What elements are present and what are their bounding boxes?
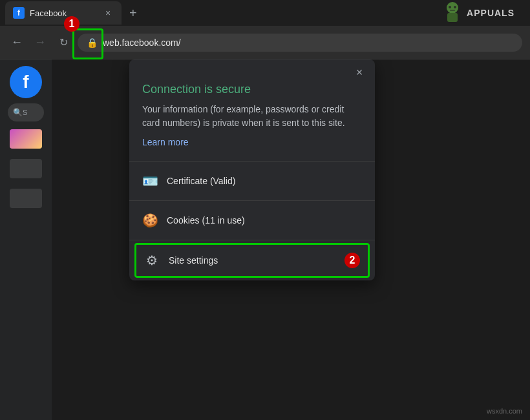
address-input[interactable]: 1 🔒 web.facebook.com/ <box>78 34 522 52</box>
facebook-sidebar: f 🔍 S <box>0 59 52 420</box>
certificate-icon: 🪪 <box>142 173 158 189</box>
refresh-button[interactable]: ↻ <box>54 34 72 52</box>
svg-point-2 <box>449 6 451 8</box>
color-blob-2 <box>10 159 42 178</box>
cookies-item[interactable]: 🍪 Cookies (11 in use) <box>129 204 375 237</box>
facebook-search: 🔍 S <box>8 103 44 121</box>
cookies-icon: 🍪 <box>142 213 158 228</box>
svg-point-3 <box>454 6 456 8</box>
forward-button[interactable]: → <box>31 34 49 52</box>
popup-header: × <box>129 59 375 80</box>
watermark: wsxdn.com <box>487 407 522 415</box>
lock-highlight-box: 1 <box>72 28 103 59</box>
secure-title: Connection is secure <box>142 83 362 96</box>
popup-divider-3 <box>129 240 375 240</box>
secure-section: Connection is secure Your information (f… <box>129 80 375 158</box>
popup-close-button[interactable]: × <box>352 65 367 80</box>
popup-divider-1 <box>129 161 375 162</box>
appuals-character-icon <box>441 1 464 25</box>
secure-description: Your information (for example, passwords… <box>142 103 362 130</box>
popup-divider-2 <box>129 200 375 201</box>
svg-point-0 <box>447 2 458 14</box>
tab-bar: f Facebook × + APPUALS <box>0 0 530 26</box>
certificate-label: Certificate (Valid) <box>167 176 235 186</box>
site-settings-item[interactable]: ⚙ Site settings 2 <box>134 243 370 278</box>
security-popup: × Connection is secure Your information … <box>129 59 375 280</box>
appuals-logo: APPUALS <box>441 1 525 25</box>
learn-more-link[interactable]: Learn more <box>142 137 189 147</box>
url-text: web.facebook.com/ <box>103 37 181 48</box>
tab-title: Facebook <box>30 8 97 18</box>
certificate-item[interactable]: 🪪 Certificate (Valid) <box>129 164 375 198</box>
site-settings-label: Site settings <box>169 255 218 266</box>
cookies-label: Cookies (11 in use) <box>167 215 245 226</box>
tab-close-button[interactable]: × <box>102 7 114 19</box>
search-placeholder: S <box>23 109 27 116</box>
svg-rect-4 <box>450 10 455 11</box>
search-icon: 🔍 <box>13 108 23 117</box>
color-blob-3 <box>10 189 42 208</box>
svg-rect-1 <box>447 13 458 22</box>
facebook-logo: f <box>10 66 42 98</box>
address-bar: ← → ↻ 1 🔒 web.facebook.com/ <box>0 26 530 59</box>
page-content: f 🔍 S × Connection is secure Your inform… <box>0 59 530 420</box>
active-tab[interactable]: f Facebook × <box>5 1 122 25</box>
step2-badge: 2 <box>344 253 360 268</box>
browser-window: f Facebook × + APPUALS ← → ↻ 1 <box>0 0 530 420</box>
site-settings-icon: ⚙ <box>144 253 160 268</box>
tab-favicon: f <box>13 7 25 19</box>
appuals-text: APPUALS <box>467 8 514 18</box>
color-blob-1 <box>10 129 42 149</box>
step1-badge: 1 <box>64 16 80 32</box>
new-tab-button[interactable]: + <box>129 6 137 21</box>
back-button[interactable]: ← <box>8 34 26 52</box>
